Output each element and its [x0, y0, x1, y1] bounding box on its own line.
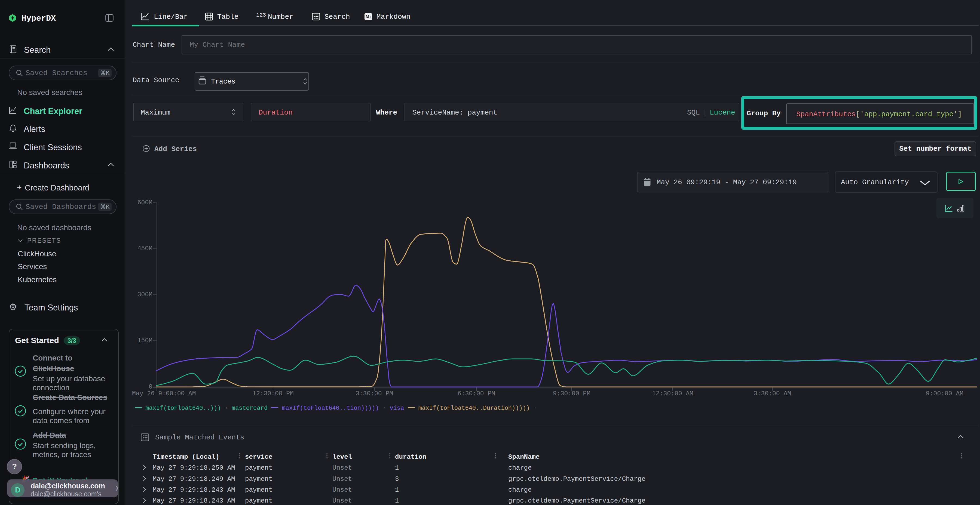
svg-text:M↓: M↓	[366, 14, 371, 19]
